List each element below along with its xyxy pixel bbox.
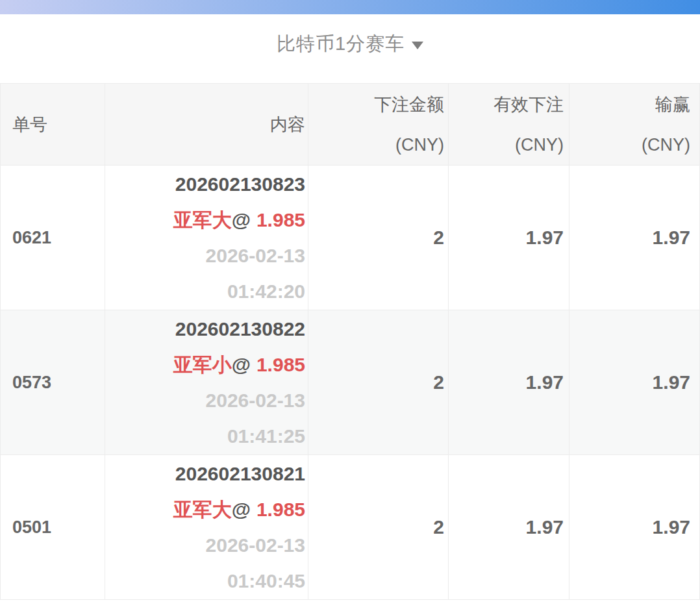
period-number: 202602130822 [175,311,305,347]
bet-odds: 1.985 [256,499,305,520]
column-header-order-no: 单号 [1,84,105,165]
top-gradient-bar [0,0,700,14]
column-header-win-loss: 输赢 (CNY) [569,84,699,165]
win-loss: 1.97 [653,371,690,393]
table-header-row: 单号 内容 下注金额 (CNY) 有效下注 (CNY) 输赢 (CNY) [1,84,699,166]
valid-bet-cell: 1.97 [449,455,569,599]
bet-odds: 1.985 [256,209,305,230]
bet-selection: 亚军大@1.985 [173,202,305,238]
bet-odds: 1.985 [256,354,305,375]
column-header-valid-bet: 有效下注 (CNY) [449,84,569,165]
bet-time: 01:40:45 [227,563,305,599]
bet-content-cell: 202602130821 亚军大@1.985 2026-02-13 01:40:… [105,455,308,599]
order-no-cell: 0621 [1,166,105,310]
bet-option: 亚军小 [173,354,232,375]
column-unit: (CNY) [642,125,690,165]
bet-amount: 2 [433,227,444,249]
win-loss: 1.97 [653,516,690,538]
app: 比特币1分赛车 单号 内容 下注金额 (CNY) 有效下注 (CNY) 输赢 (… [0,0,700,600]
bet-selection: 亚军大@1.985 [173,491,305,527]
column-header-content: 内容 [105,84,308,165]
bet-content-cell: 202602130822 亚军小@1.985 2026-02-13 01:41:… [105,310,308,454]
bet-amount: 2 [433,371,444,393]
bet-option: 亚军大 [173,499,232,520]
dropdown-arrow-icon [412,42,423,49]
at-symbol: @ [232,209,251,230]
column-unit: (CNY) [395,125,444,165]
column-label: 有效下注 [494,84,564,125]
bet-content-cell: 202602130823 亚军大@1.985 2026-02-13 01:42:… [105,166,308,310]
bet-amount-cell: 2 [308,455,449,599]
bet-amount-cell: 2 [308,310,449,454]
column-label: 输赢 [655,84,690,125]
column-label: 内容 [270,105,305,145]
bet-amount: 2 [433,516,444,538]
at-symbol: @ [232,499,251,520]
column-header-bet-amount: 下注金额 (CNY) [308,84,449,165]
bet-date: 2026-02-13 [206,527,305,563]
win-loss: 1.97 [653,227,690,249]
valid-bet-cell: 1.97 [449,166,569,310]
at-symbol: @ [232,354,251,375]
bet-records-table: 单号 内容 下注金额 (CNY) 有效下注 (CNY) 输赢 (CNY) 062… [0,83,700,600]
order-no-cell: 0573 [1,310,105,454]
order-no: 0621 [12,228,51,248]
win-loss-cell: 1.97 [569,455,699,599]
game-title: 比特币1分赛车 [277,31,405,57]
win-loss-cell: 1.97 [569,310,699,454]
bet-time: 01:42:20 [227,273,305,309]
column-label: 单号 [12,105,47,145]
bet-selection: 亚军小@1.985 [173,347,305,382]
order-no: 0573 [12,373,51,393]
title-bar: 比特币1分赛车 [0,14,700,83]
period-number: 202602130823 [175,166,305,202]
valid-bet: 1.97 [526,371,564,393]
game-selector[interactable]: 比特币1分赛车 [277,31,423,57]
bet-option: 亚军大 [173,209,232,230]
table-row: 0501 202602130821 亚军大@1.985 2026-02-13 0… [1,455,699,600]
win-loss-cell: 1.97 [569,166,699,310]
bet-date: 2026-02-13 [206,382,305,418]
bet-amount-cell: 2 [308,166,449,310]
column-label: 下注金额 [374,84,444,125]
bet-time: 01:41:25 [227,418,305,454]
order-no-cell: 0501 [1,455,105,599]
period-number: 202602130821 [175,456,305,491]
order-no: 0501 [12,517,51,538]
table-row: 0621 202602130823 亚军大@1.985 2026-02-13 0… [1,166,699,310]
column-unit: (CNY) [515,125,564,165]
valid-bet: 1.97 [526,227,564,249]
table-row: 0573 202602130822 亚军小@1.985 2026-02-13 0… [1,310,699,455]
bet-date: 2026-02-13 [206,238,305,273]
valid-bet: 1.97 [526,516,564,538]
valid-bet-cell: 1.97 [449,310,569,454]
